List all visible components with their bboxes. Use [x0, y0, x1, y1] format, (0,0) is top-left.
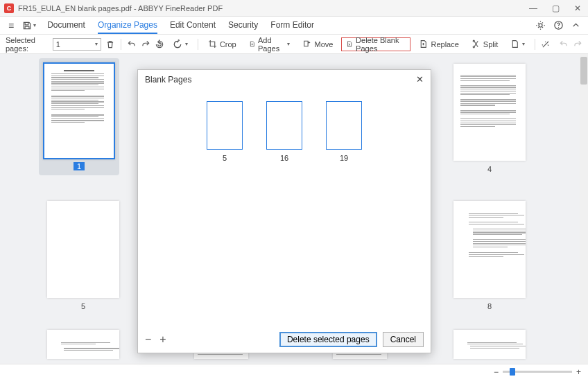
- zoom-slider[interactable]: [503, 371, 572, 373]
- dialog-zoom-out-icon[interactable]: −: [145, 333, 151, 346]
- window-controls: ― ▢ ✕: [527, 3, 584, 13]
- page-thumb-partial-left[interactable]: [47, 330, 119, 359]
- tab-organize-pages[interactable]: Organize Pages: [98, 17, 157, 34]
- more-page-dropdown[interactable]: ▾: [506, 37, 529, 51]
- separator: [198, 39, 198, 50]
- replace-icon: [419, 39, 428, 49]
- blank-page-thumb-16[interactable]: 16: [266, 101, 302, 162]
- undo-right-icon[interactable]: [559, 38, 569, 51]
- menubar: ≡ ▾ Document Organize Pages Edit Content…: [0, 17, 588, 35]
- window-title: FR15_EULA_EN blank pages.pdf - ABBYY Fin…: [18, 4, 527, 12]
- add-pages-button[interactable]: Add Pages ▾: [245, 37, 295, 51]
- crop-button[interactable]: Crop: [204, 37, 241, 51]
- page-thumb-1[interactable]: 1: [39, 58, 119, 175]
- undo-icon[interactable]: [127, 38, 137, 51]
- move-label: Move: [314, 40, 333, 49]
- blank-page-thumb-19[interactable]: 19: [326, 101, 362, 162]
- help-icon[interactable]: [553, 20, 564, 30]
- redo-icon[interactable]: [141, 38, 150, 51]
- collapse-icon[interactable]: [571, 21, 582, 30]
- crop-label: Crop: [220, 40, 236, 49]
- split-button[interactable]: Split: [467, 37, 502, 51]
- page-number: 8: [453, 302, 526, 310]
- delete-selected-pages-button[interactable]: Delete selected pages: [279, 332, 377, 347]
- chevron-down-icon: ▾: [95, 41, 98, 47]
- replace-button[interactable]: Replace: [415, 37, 462, 51]
- app-icon: C: [4, 3, 14, 13]
- dialog-body: 5 16 19: [138, 89, 431, 326]
- tab-document[interactable]: Document: [47, 17, 85, 34]
- dialog-title: Blank Pages: [145, 75, 191, 85]
- page-thumb-partial-right[interactable]: [453, 330, 526, 359]
- separator: [535, 39, 535, 50]
- footer-zoom: − +: [0, 364, 588, 379]
- titlebar: C FR15_EULA_EN blank pages.pdf - ABBYY F…: [0, 0, 588, 17]
- redo-right-icon[interactable]: [573, 38, 582, 51]
- menubar-right: [535, 20, 582, 30]
- split-label: Split: [483, 40, 498, 49]
- add-pages-label: Add Pages: [258, 36, 284, 53]
- selected-pages-dropdown[interactable]: 1 ▾: [53, 38, 102, 51]
- rotate-left-icon[interactable]: [155, 38, 164, 51]
- page-thumb-4[interactable]: 4: [453, 64, 526, 173]
- page-number: 1: [74, 162, 85, 170]
- tab-security[interactable]: Security: [228, 17, 258, 34]
- magic-wand-icon[interactable]: [541, 38, 551, 51]
- crop-icon: [208, 39, 217, 49]
- page-thumb-5[interactable]: 5: [47, 201, 119, 310]
- dialog-footer: − + Delete selected pages Cancel: [138, 326, 431, 353]
- save-icon: [22, 21, 32, 30]
- maximize-button[interactable]: ▢: [549, 3, 562, 13]
- zoom-slider-knob[interactable]: [510, 368, 515, 376]
- page-number: 4: [453, 165, 526, 173]
- tab-edit-content[interactable]: Edit Content: [170, 17, 216, 34]
- vertical-scrollbar[interactable]: [580, 54, 588, 364]
- delete-blank-icon: [346, 39, 353, 49]
- blank-page-number: 19: [326, 154, 362, 162]
- delete-blank-pages-button[interactable]: Delete Blank Pages: [341, 37, 410, 51]
- move-button[interactable]: Move: [298, 37, 337, 51]
- selected-pages-label: Selected pages:: [6, 36, 47, 53]
- page-thumb-8[interactable]: 8: [453, 201, 526, 310]
- save-dropdown[interactable]: ▾: [22, 21, 36, 30]
- svg-point-1: [558, 27, 559, 28]
- replace-label: Replace: [431, 40, 458, 49]
- move-icon: [302, 39, 311, 49]
- split-icon: [472, 39, 481, 49]
- rotate-right-dropdown[interactable]: ▾: [168, 37, 192, 51]
- zoom-in-icon[interactable]: +: [576, 367, 581, 377]
- dialog-close-icon[interactable]: ✕: [416, 74, 424, 85]
- delete-blank-label: Delete Blank Pages: [356, 36, 406, 53]
- blank-page-number: 5: [207, 154, 243, 162]
- minimize-button[interactable]: ―: [527, 3, 539, 13]
- delete-icon[interactable]: [105, 38, 115, 51]
- selected-pages-value: 1: [56, 40, 60, 49]
- main-tabs: Document Organize Pages Edit Content Sec…: [47, 17, 314, 34]
- blank-page-number: 16: [266, 154, 302, 162]
- blank-page-thumb-5[interactable]: 5: [207, 101, 243, 162]
- toolbar: Selected pages: 1 ▾ ▾ Crop Add Pages ▾ M…: [0, 35, 588, 54]
- cancel-button[interactable]: Cancel: [383, 332, 424, 347]
- close-button[interactable]: ✕: [571, 3, 584, 13]
- zoom-out-icon[interactable]: −: [494, 367, 499, 377]
- hamburger-icon[interactable]: ≡: [6, 19, 17, 33]
- page-icon: [510, 39, 519, 49]
- separator: [121, 39, 121, 50]
- tab-form-editor[interactable]: Form Editor: [270, 17, 314, 34]
- blank-pages-dialog: Blank Pages ✕ 5 16 19 − + Delete selecte…: [137, 69, 431, 353]
- dialog-zoom-in-icon[interactable]: +: [159, 333, 166, 346]
- add-page-icon: [249, 39, 255, 49]
- page-number: 5: [47, 302, 119, 310]
- settings-icon[interactable]: [535, 20, 546, 30]
- scrollbar-thumb[interactable]: [580, 57, 587, 85]
